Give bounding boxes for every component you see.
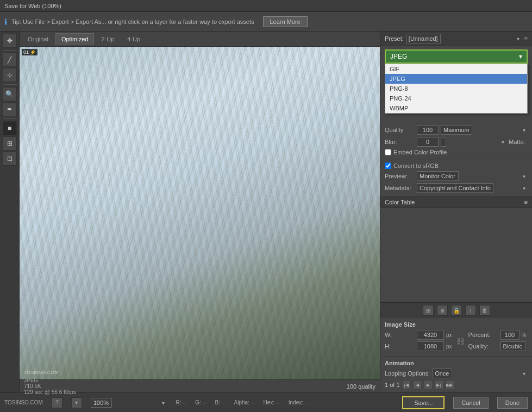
play-btn[interactable]: ▶ (424, 380, 433, 389)
quality-size-row: Quality: Bicubic (468, 341, 532, 351)
tool-separator-3 (3, 118, 17, 119)
convert-srgb-checkbox[interactable] (385, 163, 391, 169)
quality-input[interactable] (417, 125, 439, 135)
right-panel: Preset: [Unnamed] ≡ JPEG ▾ GIF JPEG PNG-… (380, 32, 532, 392)
tool-separator (3, 50, 17, 51)
slice-tool[interactable]: ╱ (3, 53, 17, 67)
format-option-png8[interactable]: PNG-8 (385, 84, 527, 93)
file-size: 710.5K (24, 383, 76, 389)
format-section: JPEG ▾ GIF JPEG PNG-8 PNG-24 WBMP (380, 46, 532, 67)
frames-counter-row: 1 of 1 |◀ ◀ ▶ ▶| ▶▶| (385, 380, 528, 389)
format-dropdown-list: GIF JPEG PNG-8 PNG-24 WBMP (385, 64, 528, 114)
looping-label: Looping Options: (385, 370, 430, 377)
done-button[interactable]: Done (497, 397, 528, 409)
quality-size-select[interactable]: Bicubic (500, 341, 525, 351)
delete-color-icon[interactable]: 🗑 (479, 305, 490, 316)
canvas-area: Original Optimized 2-Up 4-Up 01 ⚡ TOSINS… (20, 32, 380, 392)
format-option-png24[interactable]: PNG-24 (385, 93, 527, 103)
save-button[interactable]: Save... (402, 396, 445, 409)
tab-4up[interactable]: 4-Up (121, 33, 146, 45)
w-px-label: px (446, 332, 452, 338)
matte-label-inline[interactable] (441, 137, 446, 147)
matte-label: Matte: (509, 139, 528, 145)
g-value: G: -- (195, 399, 206, 405)
logo-text: TOSINSO.COM (4, 399, 43, 405)
preset-menu-icon[interactable]: ≡ (524, 35, 528, 42)
format-display[interactable]: JPEG ▾ (385, 49, 528, 64)
color-table-header: Color Table ≡ (380, 197, 532, 208)
preview-row: Preview: Monitor Color (385, 171, 528, 181)
blur-label: Blur: (385, 139, 415, 145)
view-tabs: Original Optimized 2-Up 4-Up (20, 32, 380, 47)
percent-input[interactable] (500, 330, 520, 340)
looping-select[interactable]: Once (432, 369, 452, 378)
percent-row: Percent: % (468, 330, 532, 340)
quality-label-text: Quality (385, 127, 415, 133)
quality-size-label: Quality: (468, 343, 498, 349)
h-label: H: (385, 343, 415, 349)
lock-icon[interactable]: 🔒 (451, 305, 462, 316)
format-option-gif[interactable]: GIF (385, 64, 527, 74)
width-input[interactable] (417, 330, 444, 340)
forest-overlay (20, 47, 380, 379)
tip-bar: ℹ Tip: Use File > Export > Export As... … (0, 12, 532, 32)
settings-button[interactable]: ▾ (71, 397, 82, 408)
h-px-label: px (446, 344, 452, 349)
foreground-color[interactable]: ■ (3, 121, 17, 135)
shift-icon[interactable]: ↕ (465, 305, 476, 316)
slice-select-tool[interactable]: ⊹ (3, 68, 17, 82)
zoom-tool[interactable]: 🔍 (3, 87, 17, 101)
preset-label: Preset: (385, 35, 404, 42)
title-bar: Save for Web (100%) (0, 0, 532, 12)
w-label: W: (385, 332, 415, 338)
last-frame-btn[interactable]: ▶▶| (446, 380, 454, 389)
r-value: R: -- (176, 399, 186, 405)
toggle-view[interactable]: ⊞ (3, 136, 17, 151)
tip-text: Tip: Use File > Export > Export As... or… (11, 18, 254, 25)
alpha-value: Alpha: -- (234, 399, 255, 405)
first-frame-btn[interactable]: |◀ (402, 380, 411, 389)
animation-section: Animation Looping Options: Once 1 of 1 |… (380, 357, 532, 392)
image-canvas[interactable]: 01 ⚡ TOSINSO.COM (20, 47, 380, 379)
prev-frame-btn[interactable]: ◀ (413, 380, 422, 389)
color-table-footer: ⊞ ⊕ 🔒 ↕ 🗑 (380, 302, 532, 318)
eyedropper-tool[interactable]: ✒ (3, 102, 17, 116)
metadata-select[interactable]: Copyright and Contact Info (417, 183, 493, 193)
format-option-wbmp[interactable]: WBMP (385, 103, 527, 113)
watermark: TOSINSO.COM (24, 370, 59, 375)
help-button[interactable]: ? (52, 397, 62, 408)
badge-number: 01 (23, 49, 29, 55)
embed-color-row: Embed Color Profile (385, 149, 528, 155)
preview-btn[interactable]: ⊡ (3, 152, 17, 166)
convert-row: Convert to sRGB (385, 163, 528, 169)
hex-value: Hex: -- (264, 399, 280, 405)
preset-select[interactable]: [Unnamed] (406, 34, 441, 43)
link-dimensions-icon[interactable]: ⛓ (456, 337, 464, 346)
quality-label: 100 quality (347, 383, 375, 390)
cancel-button[interactable]: Cancel (453, 397, 488, 409)
move-tool[interactable]: ✥ (3, 34, 17, 48)
learn-more-button[interactable]: Learn More (263, 16, 308, 27)
tab-optimized[interactable]: Optimized (55, 33, 95, 45)
embed-color-checkbox[interactable] (385, 149, 391, 155)
remap-icon[interactable]: ⊞ (423, 305, 434, 316)
embed-color-label[interactable]: Embed Color Profile (385, 149, 447, 155)
canvas-status-left: JPEG 710.5K 129 sec @ 56.6 Kbps (24, 377, 76, 395)
convert-srgb-label[interactable]: Convert to sRGB (385, 163, 439, 169)
left-toolbar: ✥ ╱ ⊹ 🔍 ✒ ■ ⊞ ⊡ (0, 32, 20, 392)
blur-input[interactable] (417, 137, 439, 147)
tab-original[interactable]: Original (22, 33, 54, 45)
format-option-jpeg[interactable]: JPEG (385, 74, 527, 84)
zoom-select[interactable]: 100% (91, 398, 112, 408)
forest-background (20, 47, 380, 379)
tab-2up[interactable]: 2-Up (95, 33, 120, 45)
add-color-icon[interactable]: ⊕ (437, 305, 448, 316)
height-input[interactable] (417, 341, 444, 351)
quality-section: Quality Maximum Blur: Matte: (380, 122, 532, 159)
quality-row: Quality Maximum (385, 125, 528, 135)
quality-preset-select[interactable]: Maximum (441, 125, 472, 135)
preview-select[interactable]: Monitor Color (417, 171, 459, 181)
color-table-menu[interactable]: ≡ (524, 199, 528, 205)
canvas-status: JPEG 710.5K 129 sec @ 56.6 Kbps 100 qual… (20, 379, 380, 392)
next-frame-btn[interactable]: ▶| (435, 380, 443, 389)
